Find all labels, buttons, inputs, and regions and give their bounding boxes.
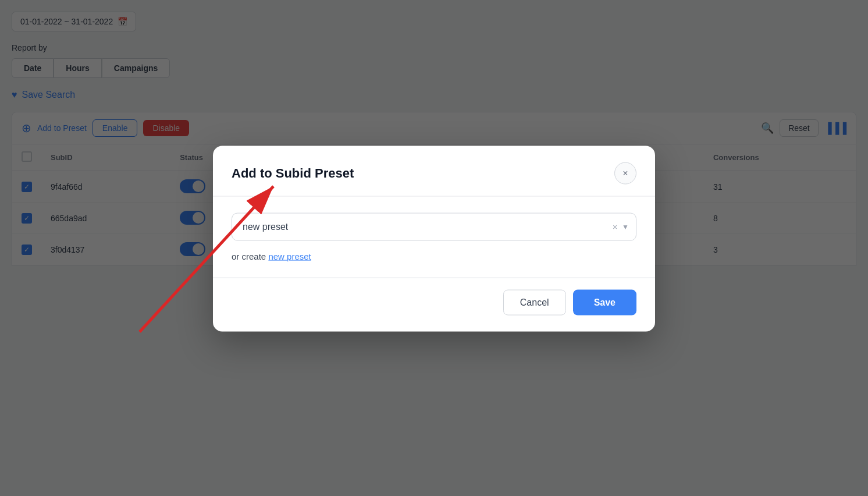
select-clear-icon[interactable]: × <box>613 222 617 232</box>
modal-dialog: Add to Subid Preset × new preset × ▼ or … <box>213 146 655 332</box>
modal-body: new preset × ▼ or create new preset <box>213 197 655 278</box>
close-icon: × <box>622 168 628 179</box>
modal-header: Add to Subid Preset × <box>213 146 655 197</box>
select-icons: × ▼ <box>613 222 629 232</box>
modal-title: Add to Subid Preset <box>232 166 354 181</box>
select-value: new preset <box>243 222 607 232</box>
modal-close-button[interactable]: × <box>614 162 636 185</box>
save-button[interactable]: Save <box>573 290 636 316</box>
preset-select[interactable]: new preset × ▼ <box>232 213 636 241</box>
cancel-button[interactable]: Cancel <box>503 290 566 316</box>
or-create-text: or create new preset <box>232 251 636 261</box>
new-preset-link[interactable]: new preset <box>268 251 311 261</box>
modal-footer: Cancel Save <box>213 278 655 332</box>
or-create-prefix: or create <box>232 251 268 261</box>
chevron-down-icon[interactable]: ▼ <box>622 223 629 231</box>
